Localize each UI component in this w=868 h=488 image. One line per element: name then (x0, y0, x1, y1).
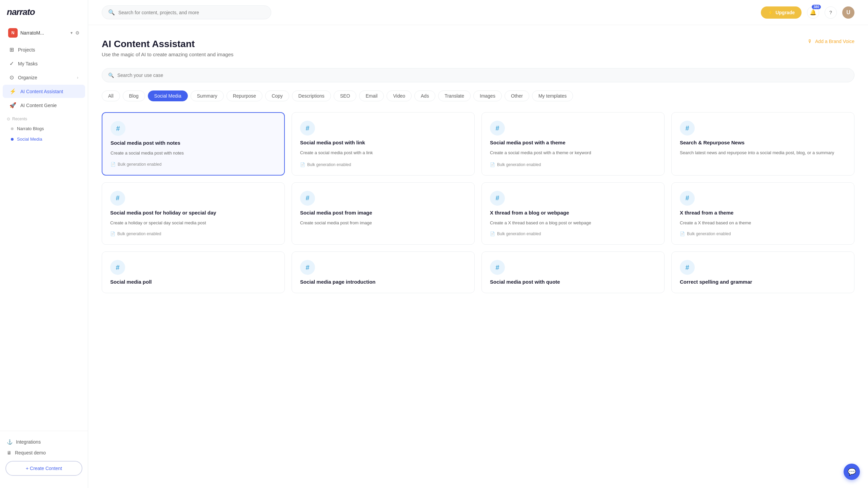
card-title: X thread from a theme (680, 210, 846, 216)
template-card-social-theme[interactable]: # Social media post with a theme Create … (481, 112, 665, 176)
hash-icon: # (680, 260, 695, 275)
add-brand-voice-button[interactable]: 🎙 Add a Brand Voice (808, 39, 854, 44)
ai-content-genie-icon: 🚀 (9, 102, 16, 108)
hash-icon: # (110, 191, 125, 206)
bulk-badge: 📄Bulk generation enabled (490, 231, 656, 236)
filter-tag-seo[interactable]: SEO (334, 90, 357, 101)
ai-content-assistant-icon: ⚡ (9, 88, 16, 95)
sidebar-item-ai-content-genie[interactable]: 🚀 AI Content Genie (3, 99, 85, 112)
template-card-social-poll[interactable]: # Social media poll (102, 251, 285, 293)
template-card-social-image[interactable]: # Social media post from image Create so… (292, 182, 475, 245)
projects-icon: ⊞ (9, 46, 14, 53)
filter-tag-my-templates[interactable]: My templates (532, 90, 573, 101)
copy-icon: 📄 (680, 231, 685, 236)
sidebar-bottom-integrations[interactable]: ⚓ Integrations (3, 436, 85, 447)
hash-icon: # (111, 121, 125, 136)
card-description: Create a social media post with notes (111, 150, 276, 157)
page-title: AI Content Assistant (102, 39, 234, 49)
template-card-search-repurpose[interactable]: # Search & Repurpose News Search latest … (671, 112, 854, 176)
filter-tag-video[interactable]: Video (387, 90, 412, 101)
template-card-social-page-intro[interactable]: # Social media page introduction (292, 251, 475, 293)
bell-icon: 🔔 (810, 9, 816, 16)
card-description: Create a holiday or special day social m… (110, 220, 276, 226)
chevron-right-icon: › (77, 75, 78, 80)
card-description: Create a social media post with a link (300, 149, 466, 157)
recent-item-social-media[interactable]: Social Media (0, 134, 88, 144)
filter-tag-descriptions[interactable]: Descriptions (292, 90, 331, 101)
hash-icon: # (490, 121, 505, 136)
template-card-social-quote[interactable]: # Social media post with quote (481, 251, 665, 293)
card-title: X thread from a blog or webpage (490, 210, 656, 216)
filter-tag-all[interactable]: All (102, 90, 120, 101)
search-icon: 🔍 (108, 9, 115, 16)
account-avatar: N (8, 28, 18, 38)
page-title-area: AI Content Assistant Use the magic of AI… (102, 39, 234, 57)
sidebar-item-my-tasks[interactable]: ✓ My Tasks (3, 57, 85, 70)
bulk-badge: 📄Bulk generation enabled (110, 231, 276, 236)
filter-tag-ads[interactable]: Ads (414, 90, 435, 101)
card-title: Social media post with quote (490, 279, 656, 285)
template-card-correct-spelling[interactable]: # Correct spelling and grammar (671, 251, 854, 293)
card-description: Search latest news and repurpose into a … (680, 149, 846, 167)
copy-icon: 📄 (490, 231, 495, 236)
filter-tag-social-media[interactable]: Social Media (148, 90, 188, 101)
user-avatar[interactable]: U (842, 6, 854, 19)
chat-icon: 💬 (848, 468, 856, 476)
request-demo-icon: 🖥 (7, 450, 12, 455)
hash-icon: # (300, 121, 315, 136)
copy-icon: 📄 (300, 162, 305, 167)
notifications-button[interactable]: 🔔 380 (807, 6, 819, 19)
notification-badge: 380 (812, 5, 821, 9)
filter-tag-summary[interactable]: Summary (191, 90, 224, 101)
search-input[interactable] (118, 10, 265, 15)
use-case-search[interactable]: 🔍 (102, 68, 854, 82)
recents-section-label: ⊙ Recents (0, 113, 88, 123)
sidebar-bottom: ⚓ Integrations 🖥 Request demo + Create C… (0, 431, 88, 481)
filter-tag-blog[interactable]: Blog (123, 90, 145, 101)
recent-item-label: Social Media (17, 137, 42, 142)
card-title: Social media post with link (300, 140, 466, 145)
card-description: Create social media post from image (300, 220, 466, 237)
filter-tag-translate[interactable]: Translate (438, 90, 471, 101)
copy-icon: 📄 (111, 162, 116, 167)
sidebar-item-ai-content-assistant[interactable]: ⚡ AI Content Assistant (3, 85, 85, 98)
filter-tag-other[interactable]: Other (505, 90, 529, 101)
help-button[interactable]: ? (825, 6, 837, 19)
sidebar-bottom-request-demo[interactable]: 🖥 Request demo (3, 447, 85, 458)
template-card-social-link[interactable]: # Social media post with link Create a s… (292, 112, 475, 176)
main-content: 🔍 ⚡ Upgrade 🔔 380 ? U AI Content Assista (88, 0, 868, 488)
upgrade-icon: ⚡ (768, 10, 773, 15)
sidebar-item-label: Projects (18, 47, 35, 53)
sidebar-nav: ⊞ Projects ✓ My Tasks ⊙ Organize › ⚡ AI … (0, 43, 88, 431)
template-cards-grid: # Social media post with notes Create a … (102, 112, 854, 293)
upgrade-button[interactable]: ⚡ Upgrade (761, 6, 802, 19)
account-switcher[interactable]: N NarratoM... ▾ ⚙ (3, 25, 85, 40)
gear-icon[interactable]: ⚙ (75, 30, 80, 36)
filter-input[interactable] (117, 73, 848, 78)
filter-tag-repurpose[interactable]: Repurpose (226, 90, 263, 101)
create-content-button[interactable]: + Create Content (5, 461, 82, 476)
page-header: 🔍 ⚡ Upgrade 🔔 380 ? U (88, 0, 868, 25)
template-card-social-notes[interactable]: # Social media post with notes Create a … (102, 112, 285, 176)
template-card-x-thread-blog[interactable]: # X thread from a blog or webpage Create… (481, 182, 665, 245)
account-name: NarratoM... (20, 30, 68, 36)
sidebar-item-organize[interactable]: ⊙ Organize › (3, 71, 85, 84)
filter-tag-email[interactable]: Email (359, 90, 384, 101)
card-title: Social media post from image (300, 210, 466, 216)
global-search[interactable]: 🔍 (102, 5, 271, 19)
card-title: Social media post for holiday or special… (110, 210, 276, 216)
template-card-social-holiday[interactable]: # Social media post for holiday or speci… (102, 182, 285, 245)
header-actions: ⚡ Upgrade 🔔 380 ? U (761, 6, 854, 19)
card-description: Create a social media post with a theme … (490, 149, 656, 157)
sidebar-item-projects[interactable]: ⊞ Projects (3, 43, 85, 56)
filter-tag-copy[interactable]: Copy (265, 90, 289, 101)
page-subtitle: Use the magic of AI to create amazing co… (102, 52, 234, 57)
hash-icon: # (300, 260, 315, 275)
chat-widget-button[interactable]: 💬 (844, 464, 860, 480)
template-card-x-thread-theme[interactable]: # X thread from a theme Create a X threa… (671, 182, 854, 245)
filter-tag-images[interactable]: Images (473, 90, 502, 101)
clock-icon: ⊙ (7, 117, 10, 121)
sidebar-bottom-label: Request demo (15, 450, 46, 455)
bulk-badge: 📄Bulk generation enabled (490, 162, 656, 167)
recent-item-narrato-blogs[interactable]: Narrato Blogs (0, 123, 88, 134)
